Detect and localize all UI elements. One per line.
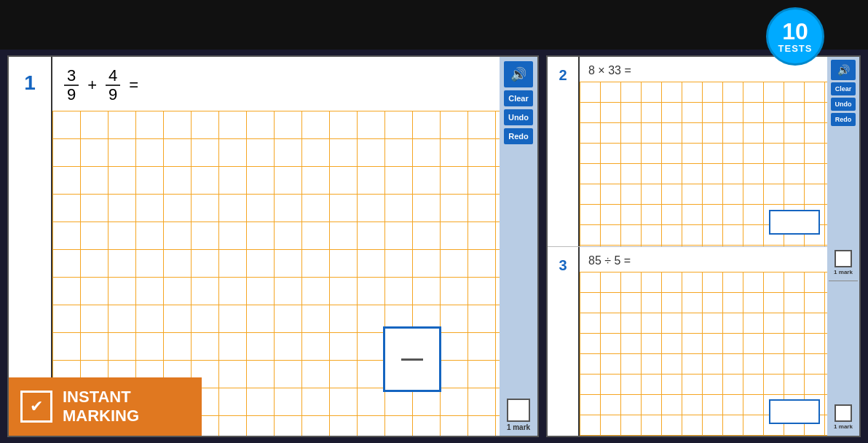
operator-2: = bbox=[129, 76, 138, 95]
answer-dash-1 bbox=[401, 358, 423, 361]
right-sidebar-section-q3: 1 mark bbox=[834, 283, 853, 434]
right-q-number-2: 2 bbox=[559, 67, 567, 84]
marking-text: INSTANT MARKING bbox=[63, 388, 139, 426]
right-panel: 2 8 × 33 = 3 85 ÷ 5 = bbox=[546, 55, 861, 437]
right-q-number-3: 3 bbox=[559, 257, 567, 274]
sound-icon-1: 🔊 bbox=[510, 66, 526, 82]
fraction-1-num: 3 bbox=[64, 67, 79, 86]
answer-box-container-1 bbox=[383, 326, 441, 392]
sidebar-divider bbox=[829, 281, 858, 281]
badge-label: TESTS bbox=[778, 43, 813, 54]
marking-icon: ✔ bbox=[20, 391, 52, 423]
clear-button-1[interactable]: Clear bbox=[504, 90, 533, 106]
clear-button-right[interactable]: Clear bbox=[831, 82, 856, 95]
tests-badge[interactable]: 10 TESTS bbox=[766, 7, 824, 66]
marking-line2: MARKING bbox=[63, 407, 139, 426]
right-answer-box-3[interactable] bbox=[769, 399, 820, 424]
fraction-1-den: 9 bbox=[64, 86, 79, 103]
undo-button-1[interactable]: Undo bbox=[504, 109, 533, 125]
left-sidebar: 🔊 Clear Undo Redo 1 mark bbox=[500, 57, 537, 436]
instant-marking-banner: ✔ INSTANT MARKING bbox=[9, 377, 202, 436]
question-number-1: 1 bbox=[24, 71, 36, 95]
right-mark-box-2: 1 mark bbox=[834, 250, 853, 275]
sound-button-right[interactable]: 🔊 bbox=[831, 60, 856, 80]
right-sidebar-section-q2: 1 mark bbox=[834, 128, 853, 278]
right-q-formula-3: 85 ÷ 5 = bbox=[580, 247, 827, 272]
right-grid-area-2[interactable] bbox=[580, 82, 827, 246]
left-panel: 1 3 9 + 4 9 = bbox=[7, 55, 539, 437]
fraction-2: 4 9 bbox=[106, 67, 120, 103]
mark-box-1: 1 mark bbox=[507, 399, 530, 431]
right-question-2: 2 8 × 33 = bbox=[548, 57, 827, 247]
mark-checkbox-1[interactable] bbox=[507, 399, 530, 422]
right-q-num-col-3: 3 bbox=[548, 247, 580, 436]
right-mark-label-2: 1 mark bbox=[834, 269, 853, 275]
right-mark-label-3: 1 mark bbox=[834, 423, 853, 430]
right-mark-checkbox-2[interactable] bbox=[835, 250, 852, 267]
right-q-num-col-2: 2 bbox=[548, 57, 580, 246]
sound-icon-right: 🔊 bbox=[837, 64, 850, 76]
redo-button-1[interactable]: Redo bbox=[504, 128, 533, 144]
question-formula: 3 9 + 4 9 = bbox=[52, 57, 500, 111]
right-q-content-3: 85 ÷ 5 = bbox=[580, 247, 827, 436]
fraction-2-den: 9 bbox=[106, 86, 120, 103]
answer-box-1[interactable] bbox=[383, 326, 441, 392]
redo-button-right[interactable]: Redo bbox=[831, 113, 856, 126]
right-q-content-2: 8 × 33 = bbox=[580, 57, 827, 246]
operator-1: + bbox=[87, 76, 97, 95]
right-mark-checkbox-3[interactable] bbox=[835, 404, 852, 422]
badge-number: 10 bbox=[782, 20, 808, 43]
right-mark-box-3: 1 mark bbox=[834, 404, 853, 430]
fraction-1: 3 9 bbox=[64, 67, 79, 103]
undo-button-right[interactable]: Undo bbox=[831, 98, 856, 111]
right-answer-box-2[interactable] bbox=[769, 210, 820, 235]
main-content: 1 3 9 + 4 9 = bbox=[0, 50, 868, 443]
sound-button-1[interactable]: 🔊 bbox=[504, 61, 533, 87]
check-icon: ✔ bbox=[30, 397, 43, 416]
right-sidebar: 🔊 Clear Undo Redo 1 mark 1 mark bbox=[827, 57, 859, 436]
right-grid-area-3[interactable] bbox=[580, 272, 827, 436]
mark-label-1: 1 mark bbox=[507, 423, 530, 431]
right-questions: 2 8 × 33 = 3 85 ÷ 5 = bbox=[548, 57, 827, 436]
fraction-2-num: 4 bbox=[106, 67, 120, 86]
top-bar bbox=[0, 0, 868, 50]
marking-line1: INSTANT bbox=[63, 388, 139, 407]
right-question-3: 3 85 ÷ 5 = bbox=[548, 247, 827, 436]
